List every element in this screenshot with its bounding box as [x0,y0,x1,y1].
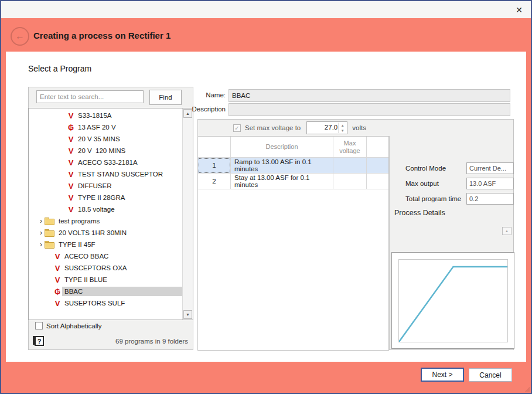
tree-item-type-ii-45f[interactable]: ›TYPE II 45F [29,239,183,250]
tree-item-label: ACECO S33-2181A [76,158,141,167]
scroll-down-icon[interactable]: ▼ [183,310,192,319]
tree-item-label: 18.5 voltage [76,205,118,214]
tree-item-label: 13 ASF 20 V [76,123,120,132]
sort-checkbox-label: Sort Alphabetically [46,322,102,330]
chart-plot-area [398,259,508,342]
tree-item-susceptors-oxa[interactable]: VSUSCEPTORS OXA [29,262,183,274]
program-browser-group: Find VS33-1815A₲13 ASF 20 VV20 V 35 MINS… [28,87,193,350]
max-output-field[interactable]: 13.0 ASF [466,178,514,189]
tree-item-label: TYPE II 28GRA [76,193,129,202]
dialog-window: ✕ ← Creating a process on Rectifier 1 Se… [0,0,532,394]
tree-item-suseptors-sulf[interactable]: VSUSEPTORS SULF [29,297,183,309]
chevron-right-icon[interactable]: › [37,240,45,249]
max-voltage-row: ✓ Set max voltage to 27.0 ▲ ▼ volts [198,120,513,136]
tree-item-label: SUSEPTORS SULF [62,298,128,308]
tree-item-type-ii-blue[interactable]: VTYPE II BLUE [29,274,183,286]
table-cell-desc[interactable]: Stay at 13.00 ASF for 0.1 minutes [231,174,333,189]
max-output-label: Max output [405,180,439,187]
chart-svg [399,260,507,342]
name-field[interactable]: BBAC [229,89,510,102]
program-count-text: 69 programs in 9 folders [115,338,188,345]
current-density-program-icon: ₲ [66,123,76,132]
folder-icon [45,241,55,249]
max-voltage-spinner[interactable]: 27.0 ▲ ▼ [306,121,347,134]
details-scroll-up-icon[interactable]: ▲ [502,227,511,235]
sort-alphabetically-option[interactable]: Sort Alphabetically [35,322,102,330]
description-label: Description [170,106,226,113]
table-cell-mv[interactable] [333,158,367,174]
tree-item-label: 20 V 35 MINS [76,134,124,144]
total-program-time-field[interactable]: 0.2 [466,193,514,205]
chevron-right-icon[interactable]: › [37,217,45,225]
tree-item-type-ii-28gra[interactable]: VTYPE II 28GRA [29,192,183,203]
tree-item-label: TYPE II 45F [56,240,99,249]
tree-item-aceco-s33-2181a[interactable]: VACECO S33-2181A [29,157,183,168]
back-arrow-icon: ← [15,31,25,42]
tree-item-diffuser[interactable]: VDIFFUSER [29,180,183,192]
folder-icon [45,229,55,237]
header-step-number [198,137,231,158]
voltage-program-icon: V [66,135,76,144]
tree-scrollbar[interactable]: ▲ ▼ [182,108,193,320]
voltage-program-icon: V [66,205,76,214]
table-cell-desc[interactable]: Ramp to 13.00 ASF in 0.1 minutes [231,158,333,174]
table-cell-extra[interactable] [367,174,388,189]
table-cell-mv[interactable] [333,174,367,189]
control-mode-field[interactable]: Current De... [466,162,514,174]
volts-unit-label: volts [352,124,366,131]
tree-item-13-asf-20-v[interactable]: ₲13 ASF 20 V [29,121,183,133]
voltage-program-icon: V [53,276,62,284]
sort-checkbox[interactable] [35,322,43,330]
tree-item-20-v-120-mins[interactable]: V20 V 120 MINS [29,145,183,157]
close-icon[interactable]: ✕ [516,5,523,15]
max-voltage-checkbox-label: Set max voltage to [245,124,301,131]
tree-item-label: ACECO BBAC [62,252,112,261]
back-button[interactable]: ← [11,27,29,46]
tree-item-20-v-35-mins[interactable]: V20 V 35 MINS [29,133,183,145]
resize-grip[interactable] [525,387,530,392]
table-row-step-2[interactable]: 2Stay at 13.00 ASF for 0.1 minutes [198,174,388,189]
process-profile-chart [391,252,514,349]
tree-item-20-volts-1hr-30min[interactable]: ›20 VOLTS 1HR 30MIN [29,227,183,239]
name-label: Name: [170,91,226,98]
chevron-right-icon[interactable]: › [37,229,45,237]
spin-up-icon[interactable]: ▲ [341,124,345,127]
cancel-button[interactable]: Cancel [469,368,512,382]
tree-item-label: S33-1815A [76,111,115,120]
tree-item-s33-1815a[interactable]: VS33-1815A [29,110,183,121]
voltage-program-icon: V [53,264,62,273]
program-tree: VS33-1815A₲13 ASF 20 VV20 V 35 MINSV20 V… [28,108,193,320]
tree-item-bbac[interactable]: ₲BBAC [29,286,183,297]
tree-item-label: DIFFUSER [76,181,115,191]
control-mode-label: Control Mode [405,165,446,172]
voltage-program-icon: V [66,182,76,191]
table-cell-extra[interactable] [367,158,388,174]
tree-item-label: TYPE II BLUE [62,275,111,284]
spinner-arrows[interactable]: ▲ ▼ [338,123,346,133]
header-description: Description [231,137,333,158]
process-details-heading: Process Details [394,209,445,217]
process-details-panel: Control Mode Current De... Max output 13… [389,136,513,349]
tree-item-test-stand-susceptor[interactable]: VTEST STAND SUSCEPTOR [29,168,183,180]
tree-item-aceco-bbac[interactable]: VACECO BBAC [29,250,183,262]
tree-item-18-5-voltage[interactable]: V18.5 voltage [29,203,183,215]
search-input[interactable] [36,90,144,103]
table-row-step-1[interactable]: 1Ramp to 13.00 ASF in 0.1 minutes [198,158,388,174]
description-field[interactable] [229,103,510,116]
program-tree-rows: VS33-1815A₲13 ASF 20 VV20 V 35 MINSV20 V… [29,110,183,320]
spin-down-icon[interactable]: ▼ [341,129,345,133]
max-voltage-value: 27.0 [325,124,337,131]
page-title: Creating a process on Rectifier 1 [33,30,170,40]
header-extra [367,137,388,158]
voltage-program-icon: V [53,252,62,261]
table-cell-num[interactable]: 1 [198,158,231,174]
tree-item-label: 20 V 120 MINS [76,146,129,155]
max-voltage-checkbox[interactable]: ✓ [233,124,241,132]
tree-item-label: test programs [56,216,103,226]
table-cell-num[interactable]: 2 [198,174,231,189]
tree-item-test-programs[interactable]: ›test programs [29,215,183,227]
steps-table: Description Max voltage 1Ramp to 13.00 A… [197,136,389,351]
help-icon[interactable]: ? [35,336,44,346]
voltage-program-icon: V [53,299,62,308]
next-button[interactable]: Next > [421,368,464,382]
